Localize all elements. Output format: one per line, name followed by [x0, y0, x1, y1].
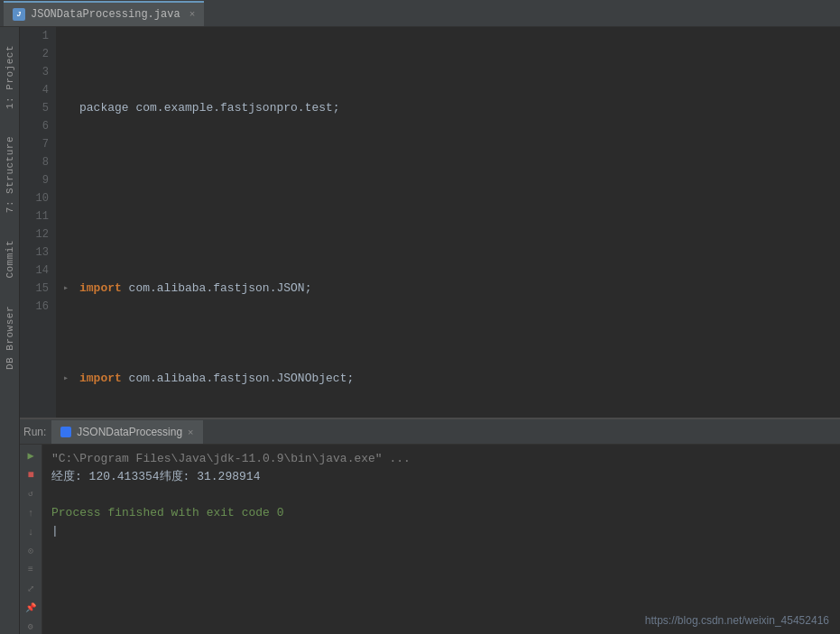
- run-tab[interactable]: JSONDataProcessing ×: [51, 420, 202, 444]
- vertical-sidebar: 1: Project 7: Structure Commit DB Browse…: [0, 27, 20, 634]
- output-line-4: Process finished with exit code 0: [51, 504, 831, 522]
- output-cursor-line: |: [51, 522, 831, 540]
- java-file-icon: J: [13, 8, 25, 21]
- camera-button[interactable]: ⊙: [23, 543, 39, 558]
- code-line-1: package com.example.fastjsonpro.test;: [63, 99, 840, 117]
- code-line-4: ▸ import com.alibaba.fastjson.JSONObject…: [63, 370, 840, 388]
- expand-button[interactable]: ⤢: [23, 581, 39, 596]
- scroll-up-button[interactable]: ↑: [23, 505, 39, 520]
- sidebar-item-db-browser[interactable]: DB Browser: [5, 306, 15, 370]
- run-rerun-button[interactable]: ↺: [23, 486, 39, 501]
- settings-button[interactable]: ⚙: [23, 619, 39, 634]
- line-numbers: 1 2 3 4 5 6 7 8 9 10 11 12 13 14 15 16: [20, 27, 56, 418]
- editor-container: 1 2 3 4 5 6 7 8 9 10 11 12 13 14 15 16: [20, 27, 840, 634]
- tab-close-button[interactable]: ×: [189, 9, 196, 20]
- output-line-2: 经度: 120.413354纬度: 31.298914: [51, 468, 831, 486]
- run-stop-button[interactable]: ■: [23, 467, 39, 482]
- run-tab-name: JSONDataProcessing: [77, 426, 182, 438]
- run-label: Run:: [23, 426, 46, 438]
- tab-bar: J JSONDataProcessing.java ×: [0, 0, 840, 27]
- code-content: package com.example.fastjsonpro.test; ▸ …: [56, 27, 840, 418]
- run-tab-bar: Run: JSONDataProcessing ×: [20, 419, 840, 445]
- sidebar-item-project[interactable]: 1: Project: [5, 45, 15, 109]
- run-output: "C:\Program Files\Java\jdk-11.0.9\bin\ja…: [42, 445, 840, 634]
- output-line-3: [51, 486, 831, 504]
- run-panel: Run: JSONDataProcessing × ▶ ■ ↺ ↑ ↓ ⊙ ≡: [20, 418, 840, 634]
- run-tab-icon: [60, 427, 71, 437]
- code-editor[interactable]: 1 2 3 4 5 6 7 8 9 10 11 12 13 14 15 16: [20, 27, 840, 418]
- main-area: 1: Project 7: Structure Commit DB Browse…: [0, 27, 840, 634]
- watermark: https://blog.csdn.net/weixin_45452416: [645, 614, 829, 627]
- wrap-button[interactable]: ≡: [23, 562, 39, 577]
- sidebar-item-commit[interactable]: Commit: [5, 240, 15, 279]
- pin-button[interactable]: 📌: [23, 600, 39, 615]
- output-line-1: "C:\Program Files\Java\jdk-11.0.9\bin\ja…: [51, 450, 831, 468]
- code-line-2: [63, 189, 840, 207]
- run-tab-close[interactable]: ×: [188, 427, 193, 437]
- run-body: ▶ ■ ↺ ↑ ↓ ⊙ ≡ ⤢ 📌 ⚙ "C:\Program Files\Ja…: [20, 445, 840, 634]
- run-toolbar: ▶ ■ ↺ ↑ ↓ ⊙ ≡ ⤢ 📌 ⚙: [20, 445, 42, 634]
- code-line-3: ▸ import com.alibaba.fastjson.JSON;: [63, 280, 840, 298]
- editor-tab[interactable]: J JSONDataProcessing.java ×: [4, 1, 204, 26]
- run-play-button[interactable]: ▶: [23, 448, 39, 464]
- tab-filename: JSONDataProcessing.java: [31, 8, 180, 21]
- sidebar-item-structure[interactable]: 7: Structure: [5, 136, 15, 213]
- scroll-down-button[interactable]: ↓: [23, 524, 39, 539]
